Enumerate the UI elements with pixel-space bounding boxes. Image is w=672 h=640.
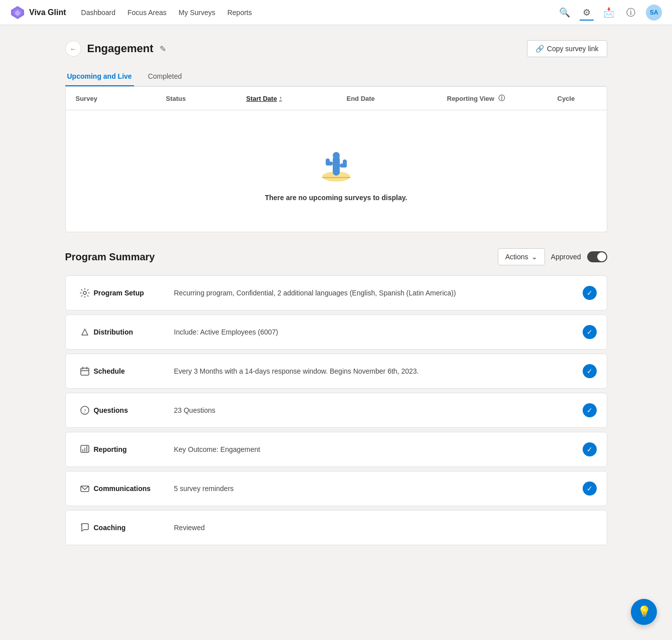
questions-check: ✓ [583, 403, 597, 417]
distribution-description: Include: Active Employees (6007) [174, 328, 583, 336]
reporting-check: ✓ [583, 442, 597, 456]
svg-marker-12 [82, 329, 88, 335]
communications-icon [76, 479, 94, 498]
row-communications: Communications 5 survey reminders ✓ [65, 471, 607, 506]
header-left: ← Engagement ✎ [65, 41, 166, 57]
surveys-table: Survey Status Start Date ↑ End Date Repo… [65, 86, 607, 232]
nav-dashboard[interactable]: Dashboard [81, 7, 116, 19]
search-icon[interactable]: 🔍 [558, 6, 572, 20]
nav-my-surveys[interactable]: My Surveys [179, 7, 215, 19]
program-summary-title: Program Summary [65, 251, 155, 263]
link-icon: 🔗 [535, 45, 544, 53]
program-actions-area: Actions ⌄ Approved [498, 248, 607, 265]
reporting-icon [76, 440, 94, 458]
reporting-help-icon[interactable]: ⓘ [498, 94, 505, 103]
program-setup-description: Recurring program, Confidential, 2 addit… [174, 289, 583, 297]
logo-area: Viva Glint [10, 5, 66, 20]
distribution-label: Distribution [94, 328, 174, 336]
logo-text: Viva Glint [29, 8, 66, 17]
nav-right: 🔍 ⚙ 📩 ⓘ SA [558, 5, 662, 21]
reporting-label: Reporting [94, 445, 174, 453]
help-icon[interactable]: ⓘ [624, 6, 638, 20]
avatar[interactable]: SA [646, 5, 662, 21]
distribution-check: ✓ [583, 325, 597, 339]
tabs: Upcoming and Live Completed [65, 67, 607, 86]
svg-point-11 [83, 291, 86, 294]
distribution-icon [76, 323, 94, 341]
row-distribution: Distribution Include: Active Employees (… [65, 314, 607, 350]
col-survey: Survey [76, 94, 166, 103]
back-button[interactable]: ← [65, 41, 81, 57]
summary-rows: Program Setup Recurring program, Confide… [65, 275, 607, 545]
reporting-description: Key Outcome: Engagement [174, 445, 583, 453]
communications-check: ✓ [583, 482, 597, 496]
empty-state-message: There are no upcoming surveys to display… [265, 194, 408, 202]
copy-link-label: Copy survey link [547, 45, 599, 53]
coaching-icon [76, 519, 94, 537]
communications-description: 5 survey reminders [174, 485, 583, 493]
table-header: Survey Status Start Date ↑ End Date Repo… [66, 87, 607, 110]
row-reporting: Reporting Key Outcome: Engagement ✓ [65, 432, 607, 467]
row-schedule: Schedule Every 3 Months with a 14-days r… [65, 354, 607, 389]
col-status: Status [166, 94, 246, 103]
row-questions: ? Questions 23 Questions ✓ [65, 393, 607, 428]
page-title: Engagement [87, 42, 154, 55]
program-setup-check: ✓ [583, 286, 597, 300]
message-icon[interactable]: 📩 [602, 6, 616, 20]
col-cycle: Cycle [558, 94, 607, 103]
toggle-knob [597, 252, 606, 261]
approved-toggle[interactable] [587, 251, 607, 262]
nav-focus-areas[interactable]: Focus Areas [127, 7, 167, 19]
svg-rect-8 [343, 159, 347, 168]
svg-rect-6 [326, 158, 330, 166]
chevron-down-icon: ⌄ [531, 253, 537, 261]
svg-text:?: ? [83, 408, 86, 414]
questions-label: Questions [94, 406, 174, 414]
tab-upcoming-live[interactable]: Upcoming and Live [65, 67, 134, 86]
empty-state-illustration [314, 140, 359, 186]
empty-state: There are no upcoming surveys to display… [66, 110, 607, 232]
row-coaching: Coaching Reviewed [65, 510, 607, 545]
communications-label: Communications [94, 485, 174, 493]
logo-icon [10, 5, 25, 20]
schedule-icon [76, 362, 94, 380]
nav-links: Dashboard Focus Areas My Surveys Reports [81, 7, 558, 19]
sort-icon: ↑ [279, 95, 282, 102]
coaching-no-check [583, 521, 597, 535]
page-header: ← Engagement ✎ 🔗 Copy survey link [65, 40, 607, 57]
top-navigation: Viva Glint Dashboard Focus Areas My Surv… [0, 0, 672, 25]
schedule-description: Every 3 Months with a 14-days response w… [174, 367, 583, 375]
col-reporting-view: Reporting View ⓘ [447, 94, 558, 103]
program-setup-label: Program Setup [94, 289, 174, 297]
edit-icon[interactable]: ✎ [160, 44, 166, 54]
settings-icon[interactable]: ⚙ [580, 6, 594, 20]
approved-label: Approved [551, 253, 581, 261]
actions-button[interactable]: Actions ⌄ [498, 248, 545, 265]
actions-label: Actions [505, 253, 528, 261]
coaching-description: Reviewed [174, 524, 583, 532]
copy-survey-link-button[interactable]: 🔗 Copy survey link [527, 40, 607, 57]
page-container: ← Engagement ✎ 🔗 Copy survey link Upcomi… [55, 25, 617, 564]
coaching-label: Coaching [94, 524, 174, 532]
col-start-date[interactable]: Start Date ↑ [246, 94, 347, 103]
svg-rect-13 [81, 368, 89, 375]
row-program-setup: Program Setup Recurring program, Confide… [65, 275, 607, 310]
tab-completed[interactable]: Completed [146, 67, 184, 86]
questions-description: 23 Questions [174, 406, 583, 414]
program-summary-header: Program Summary Actions ⌄ Approved [65, 248, 607, 265]
questions-icon: ? [76, 401, 94, 419]
nav-reports[interactable]: Reports [227, 7, 252, 19]
gear-icon [76, 284, 94, 302]
schedule-check: ✓ [583, 364, 597, 378]
program-summary-section: Program Summary Actions ⌄ Approved Progr… [65, 248, 607, 545]
schedule-label: Schedule [94, 367, 174, 375]
svg-point-9 [333, 152, 340, 159]
fab-button[interactable]: 💡 [631, 599, 657, 625]
col-end-date: End Date [347, 94, 447, 103]
